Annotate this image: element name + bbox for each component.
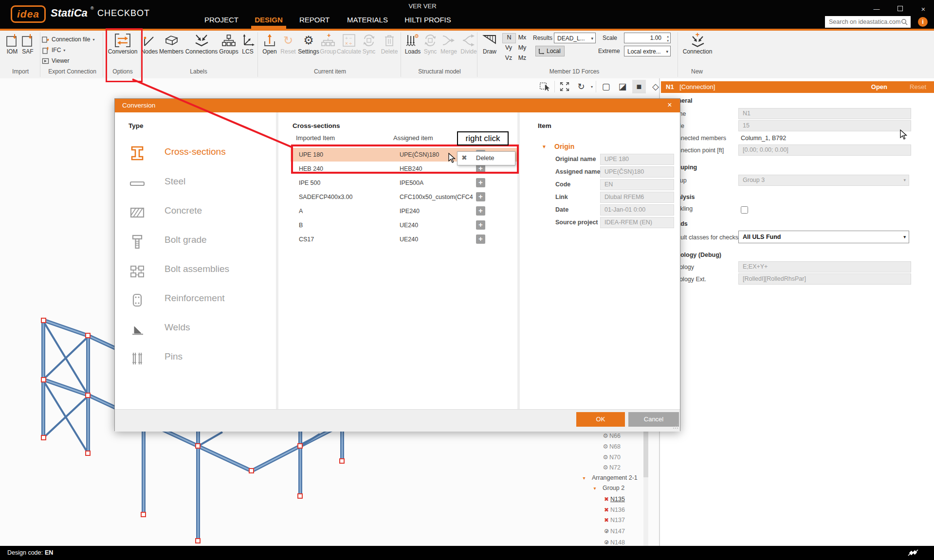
type-item-bolt-assemblies[interactable]: Bolt assemblies — [165, 264, 229, 274]
connections-button[interactable]: Connections — [184, 33, 219, 55]
idea-logo: idea — [11, 5, 46, 23]
connection-file-button[interactable]: Connection file ▾ — [42, 35, 94, 44]
table-cell-imported[interactable]: A — [299, 208, 303, 215]
tab-hilti-profis[interactable]: HILTI PROFIS — [401, 15, 455, 29]
open-connection-button[interactable]: Open — [871, 81, 887, 93]
table-cell-imported[interactable]: CS17 — [299, 236, 314, 243]
shaded-view-icon[interactable]: ◪ — [616, 80, 629, 93]
type-item-bolt-grade[interactable]: Bolt grade — [165, 235, 207, 245]
tree-item-arrangement-2-1[interactable]: ▾Arrangement 2-1 — [580, 474, 638, 481]
group-select[interactable]: Group 3▾ — [738, 175, 909, 186]
table-cell-imported[interactable]: IPE 500 — [299, 180, 320, 186]
search-input[interactable] — [825, 16, 902, 28]
table-cell-imported[interactable]: B — [299, 222, 303, 229]
tree-item-n68[interactable]: ⚙N68 — [602, 443, 621, 450]
buckling-checkbox[interactable] — [741, 206, 748, 214]
type-item-cross-sections[interactable]: Cross-sections — [165, 146, 226, 157]
dialog-titlebar[interactable]: Conversion × — [115, 99, 680, 112]
assign-plus-button[interactable]: + — [476, 220, 485, 230]
viewer-button[interactable]: Viewer — [42, 56, 69, 66]
search-icon[interactable] — [901, 18, 908, 25]
spin-up-icon[interactable]: ▴ — [667, 34, 669, 38]
wireframe-view-icon[interactable]: ▢ — [599, 80, 613, 93]
rotate-view-icon[interactable]: ↻ — [574, 80, 588, 93]
iom-button[interactable]: IOM — [4, 33, 20, 55]
groups-button[interactable]: Groups — [217, 33, 240, 55]
context-menu-delete[interactable]: Delete — [476, 154, 494, 162]
tab-report[interactable]: REPORT — [299, 15, 330, 29]
table-cell-assigned[interactable]: IPE240 — [400, 208, 420, 215]
resize-grip[interactable] — [673, 423, 678, 429]
assign-plus-button[interactable]: + — [476, 235, 485, 244]
tree-item-n137[interactable]: ✖N137 — [603, 517, 625, 524]
maximize-button[interactable] — [893, 4, 907, 15]
toggle-force-n[interactable]: N — [502, 33, 516, 43]
result-classes-select[interactable]: All ULS Fund▾ — [738, 231, 909, 243]
zoom-extents-icon[interactable] — [558, 80, 571, 93]
plug-connect-icon[interactable] — [907, 548, 919, 557]
assign-plus-button[interactable]: + — [476, 206, 485, 216]
dialog-close-icon[interactable]: × — [663, 99, 676, 112]
spin-down-icon[interactable]: ▾ — [667, 38, 669, 43]
select-tool-icon[interactable] — [538, 80, 551, 93]
toggle-force-mx[interactable]: Mx — [516, 33, 529, 42]
new-connection-button[interactable]: + Connection — [680, 33, 714, 55]
reset-connection-button[interactable]: Reset — [910, 81, 926, 93]
local-toggle-button[interactable]: Local — [535, 46, 565, 56]
lcs-button[interactable]: LCS — [238, 33, 257, 55]
minimize-button[interactable]: — — [869, 4, 884, 15]
results-combobox[interactable]: DEAD_L... ▾ — [554, 33, 596, 43]
extreme-combobox[interactable]: Local extre... ▾ — [624, 46, 671, 56]
table-cell-imported[interactable]: SADEFCP400x3.00 — [299, 194, 352, 200]
type-item-steel[interactable]: Steel — [165, 176, 185, 187]
toggle-force-vy[interactable]: Vy — [502, 43, 515, 53]
draw-button[interactable]: Draw — [479, 33, 500, 55]
tree-scrollbar-thumb[interactable] — [643, 431, 648, 477]
tree-item-n70[interactable]: ⚙N70 — [602, 453, 621, 461]
collapse-triangle-icon[interactable]: ▼ — [542, 144, 547, 149]
origin-group-header[interactable]: Origin — [554, 143, 574, 150]
tab-materials[interactable]: MATERIALS — [347, 15, 388, 29]
members-button[interactable]: Members — [158, 33, 185, 55]
tree-item-n72[interactable]: ⚙N72 — [602, 464, 621, 471]
chevron-down-icon[interactable]: ▾ — [580, 475, 588, 481]
toggle-force-vz[interactable]: Vz — [502, 54, 515, 63]
toggle-force-my[interactable]: My — [516, 43, 529, 53]
cancel-button[interactable]: Cancel — [628, 412, 679, 427]
reset-button[interactable]: ↻ Reset — [278, 33, 298, 55]
loads-button[interactable]: ⚙ Loads — [403, 33, 423, 55]
tree-item-n135[interactable]: ✖N135 — [603, 496, 625, 503]
type-item-concrete[interactable]: Concrete — [165, 205, 202, 216]
tree-item-group-2[interactable]: ▾Group 2 — [591, 485, 624, 491]
sync-model-button[interactable]: Sync — [421, 33, 440, 55]
saf-button[interactable]: SAF — [19, 33, 36, 55]
ifc-button[interactable]: IFC ▾ — [42, 45, 65, 55]
assign-plus-button[interactable]: + — [476, 178, 485, 187]
table-cell-assigned[interactable]: UE240 — [400, 236, 418, 243]
toggle-force-mz[interactable]: Mz — [516, 54, 529, 63]
solid-view-icon[interactable]: ■ — [632, 80, 646, 93]
type-item-welds[interactable]: Welds — [165, 322, 190, 333]
table-cell-assigned[interactable]: CFC100x50_custom(CFC4 — [400, 194, 474, 200]
type-item-pins[interactable]: Pins — [165, 351, 183, 362]
open-button[interactable]: Open — [259, 33, 280, 55]
tree-item-n147[interactable]: ⚙✓N147 — [603, 527, 625, 535]
table-cell-assigned[interactable]: IPE500A — [400, 180, 423, 186]
close-button[interactable]: × — [916, 4, 931, 15]
table-cell-assigned[interactable]: UE240 — [400, 222, 418, 229]
tree-item-n136[interactable]: ✖N136 — [603, 506, 625, 513]
chevron-down-icon[interactable]: ▾ — [591, 486, 599, 491]
delete-button[interactable]: Delete — [378, 33, 401, 55]
chevron-down-icon[interactable]: ▾ — [591, 85, 593, 89]
assign-plus-button[interactable]: + — [476, 192, 485, 201]
type-item-reinforcement[interactable]: Reinforcement — [165, 293, 225, 304]
scale-spinner[interactable]: 1.00 ▴ ▾ — [624, 33, 671, 43]
divide-button[interactable]: Divide — [458, 33, 479, 55]
ok-button[interactable]: OK — [576, 412, 625, 427]
sync-current-button[interactable]: Sync — [359, 33, 379, 55]
tree-item-n66[interactable]: ⚙N66 — [602, 432, 621, 439]
merge-button[interactable]: Merge — [438, 33, 460, 55]
tab-project[interactable]: PROJECT — [204, 15, 236, 29]
info-icon[interactable]: i — [918, 17, 928, 27]
tree-item-n148[interactable]: ⚙✓N148 — [603, 539, 625, 546]
